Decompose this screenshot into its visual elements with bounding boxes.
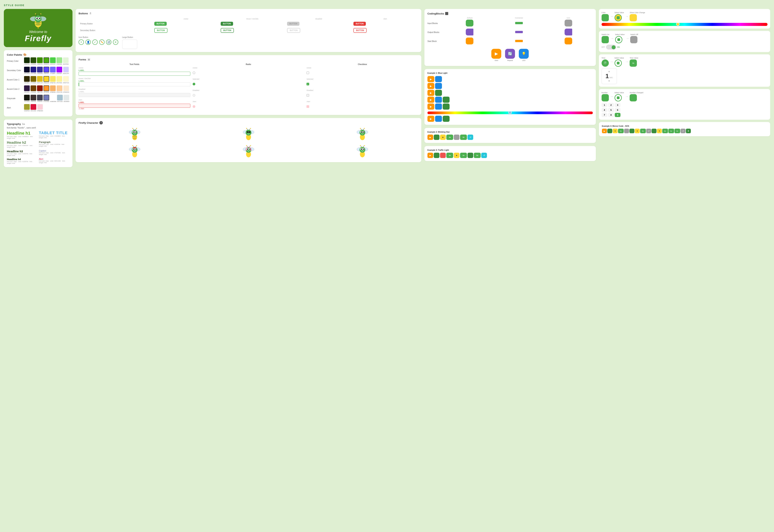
caption-demo: Caption font-size: 12px color: #737CBC f… [39,150,69,156]
example3-blocks: ▶ 1s ★ 1s 1s ↺ [428,153,593,158]
large-button-preview[interactable] [122,39,137,49]
switch-off-flow: Switch Off [630,34,638,43]
radio-disabled: Disabled [193,89,304,99]
ex1-play4: ▶ [428,97,434,103]
radio-active-btn[interactable] [193,71,195,74]
secondary-btn-active[interactable]: BUTTON [154,28,167,33]
np-up-arrow[interactable]: ▲ [603,70,615,73]
textfield-disabled: Disabled LABEL [79,88,190,97]
accent1-color-row: Accent Color 1 #322B01 #7C6803 #DFC126 #… [7,76,69,83]
ex1-play3: ▶ [428,90,434,96]
primary-btn-alert[interactable]: BUTTON [353,22,366,26]
numpad-1[interactable]: 1 [602,103,608,107]
icon-btn-edit[interactable]: ✏️ [99,39,104,45]
led-block-icon: 💡 [519,49,529,59]
firefly-sunglasses [192,127,304,142]
h3-demo: Headline h3 font-size: 22px color: #152F… [7,150,37,156]
primary-btn-hover[interactable]: BUTTON [221,22,233,26]
textfield-hover-input[interactable] [79,82,190,86]
icon-buttons-group: Icon Button + 👤 ✓ ✏️ 🔄 ✕ [79,36,118,45]
time-value-block: 1s [630,59,637,67]
checkbox-active: Active [306,67,418,76]
example4-blocks: ▶ ★ 1s ★ 3s ↺ ★ 3s 1s 1s ↺ [602,129,767,133]
svg-point-51 [363,131,364,133]
time-select-value-flow: Select Value [615,57,624,67]
numpad-2[interactable]: 2 [608,103,614,107]
flow-arrow-2: → [625,14,629,18]
ex1-led1 [435,76,442,82]
numpad-5[interactable]: 5 [608,108,614,112]
textfield-active-input[interactable] [79,72,190,76]
icon-btn-person[interactable]: 👤 [85,39,91,45]
numpad-3[interactable]: 3 [615,103,621,107]
firefly-glasses-green [306,127,418,142]
svg-line-10 [36,14,37,16]
number-flow: Number [602,92,609,101]
left-column: Welcome to Firefly Color Palette 🎨 Prima… [4,9,72,167]
slider-thumb[interactable] [508,111,512,114]
secondary-btn-hover[interactable]: BUTTON [221,28,234,33]
secondary-btn-alert[interactable]: BUTTON [353,28,366,33]
numpad-9[interactable]: 9 [615,113,621,117]
output-blocks-label: Output Blocks [428,31,445,33]
primary-btn-disabled: BUTTON [287,22,299,26]
input-block-icon [565,20,572,26]
primary-btn-active[interactable]: BUTTON [154,22,167,26]
numpad-4[interactable]: 4 [602,108,608,112]
svg-line-73 [135,146,136,147]
gradient-thumb[interactable] [676,22,680,26]
svg-point-97 [361,148,362,150]
checkbox-selected-btn[interactable]: ✓ [306,83,309,85]
typography-section: Typography Aa font-family "Nunito" , san… [4,120,72,167]
example1-color-slider[interactable] [428,112,593,114]
svg-line-29 [135,129,136,130]
radio-selected-btn[interactable] [193,83,195,85]
textfield-alert-input[interactable] [79,104,190,108]
secondary-button-row: Secondary Button BUTTON BUTTON BUTTON BU… [79,27,418,34]
svg-line-12 [39,14,41,16]
svg-rect-86 [250,149,251,151]
switch-track[interactable] [606,45,616,49]
icon-btn-check[interactable]: ✓ [92,39,98,45]
radio-alert-btn[interactable] [193,105,195,108]
color-gradient-bar[interactable] [602,23,768,26]
h4-demo: Headline h4 font-size: 20px color: #152F… [7,158,37,164]
svg-rect-37 [247,131,248,133]
svg-point-11 [35,13,36,14]
btn-col-active: Active [153,17,219,21]
icon-btn-refresh[interactable]: 🔄 [106,39,111,45]
icon-btn-close[interactable]: ✕ [113,39,118,45]
output-block-icon [565,29,572,35]
coding-demos-panel: Color → Select Value → Show Color [599,9,770,161]
numpad-8[interactable]: 8 [608,113,614,117]
checkbox-disabled: Disabled [306,89,418,99]
h1-demo: Headline h1 font-size: 34px color: #4AAB… [7,131,37,139]
svg-line-103 [363,146,364,147]
example2-card: Example 2: Blinking Star ▶ ★ 1s 1s ↺ [425,128,596,143]
select-value-flow: Select Value [615,12,624,21]
svg-point-41 [246,128,247,129]
svg-point-60 [364,128,365,129]
cursor-icon: 🖱️ [89,12,92,15]
checkbox-alert-btn[interactable] [306,105,309,108]
np-down-arrow[interactable]: ▼ [603,80,615,82]
svg-point-31 [132,136,137,137]
checkbox-active-btn[interactable] [306,71,309,74]
numpad-6[interactable]: 6 [615,108,621,112]
svg-line-87 [247,146,247,147]
output-block-connector [515,31,523,33]
icon-btn-plus[interactable]: + [79,39,84,45]
svg-point-88 [246,145,247,146]
svg-point-9 [39,18,40,18]
start-block-icon: ▶ [491,49,501,59]
example1-card: Example 1: Blue Light ▶ ▶ ▶ [425,69,596,125]
firefly-section: Firefly Character ? [75,118,421,162]
checkbox-disabled-btn [306,94,309,97]
numpad-7[interactable]: 7 [602,113,608,117]
svg-point-67 [133,148,134,150]
number-flow-row: Number → Select Value → Number Cha [602,92,768,101]
icon-large-buttons-row: Icon Button + 👤 ✓ ✏️ 🔄 ✕ Large Button [79,36,418,49]
palette-rows: Primary Color #152F04 #295009 #3E8C00 #4… [7,57,69,112]
svg-text:★: ★ [361,147,363,148]
time-arrow-1: → [610,60,613,64]
